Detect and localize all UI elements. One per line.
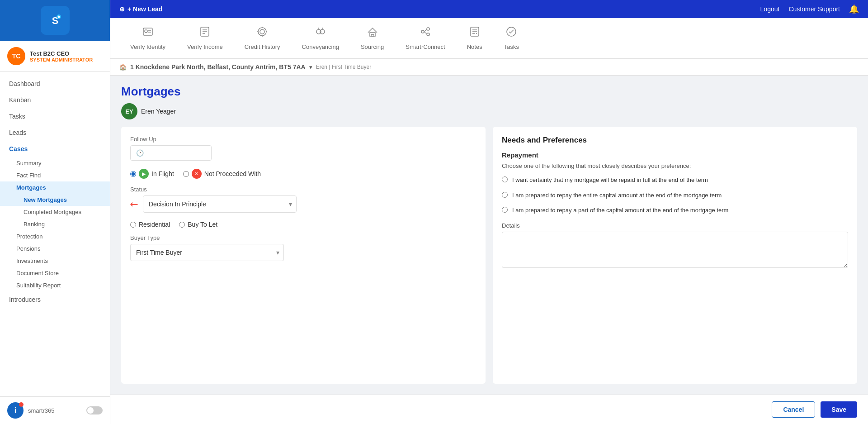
notification-bell-icon[interactable]: 🔔 bbox=[849, 4, 859, 14]
mortgage-content: EY Eren Yeager Follow Up 🕐 bbox=[110, 103, 868, 395]
residential-option[interactable]: Residential bbox=[130, 221, 170, 228]
applicant-badge: EY Eren Yeager bbox=[121, 103, 857, 119]
buyer-type-select-wrapper: First Time Buyer Home Mover Remortgage B… bbox=[130, 244, 284, 261]
notes-icon bbox=[468, 25, 481, 41]
breadcrumb: 🏠 1 Knockdene Park North, Belfast, Count… bbox=[110, 59, 868, 76]
verify-identity-icon bbox=[142, 25, 154, 41]
tab-sourcing[interactable]: Sourcing bbox=[350, 18, 395, 59]
sidebar-item-introducers[interactable]: Introducers bbox=[0, 291, 110, 308]
follow-up-input[interactable]: 🕐 bbox=[130, 145, 212, 161]
chevron-down-icon[interactable]: ▾ bbox=[309, 64, 312, 71]
details-group: Details bbox=[502, 222, 848, 269]
sidebar-item-new-mortgages[interactable]: New Mortgages bbox=[0, 194, 110, 206]
not-proceeded-option[interactable]: ✕ Not Proceeded With bbox=[183, 169, 261, 179]
residential-radio[interactable] bbox=[130, 222, 136, 228]
sidebar-item-completed-mortgages[interactable]: Completed Mortgages bbox=[0, 206, 110, 218]
tab-credit-history[interactable]: Credit History bbox=[234, 18, 291, 59]
sourcing-icon bbox=[366, 25, 379, 41]
sidebar-item-document-store[interactable]: Document Store bbox=[0, 267, 110, 279]
notification-dot bbox=[19, 402, 24, 407]
sidebar-item-mortgages[interactable]: Mortgages bbox=[0, 181, 110, 194]
sidebar-item-tasks[interactable]: Tasks bbox=[0, 108, 110, 124]
status-select-wrapper: Decision In Principle In Progress Comple… bbox=[143, 195, 297, 213]
buy-to-let-option[interactable]: Buy To Let bbox=[179, 221, 217, 228]
inflight-option[interactable]: ▶ In Flight bbox=[130, 169, 174, 179]
left-panel: Follow Up 🕐 ▶ In Flight ✕ bbox=[121, 127, 486, 384]
repayment-text-2: I am prepared to repay the entire capita… bbox=[512, 191, 722, 200]
repayment-text-1: I want certainty that my mortgage will b… bbox=[512, 176, 708, 185]
bottom-bar: Cancel Save bbox=[110, 395, 868, 424]
tab-notes[interactable]: Notes bbox=[456, 18, 493, 59]
sidebar-item-summary[interactable]: Summary bbox=[0, 157, 110, 169]
sidebar-item-leads[interactable]: Leads bbox=[0, 124, 110, 141]
avatar: TC bbox=[7, 47, 25, 65]
sidebar-logo: S bbox=[0, 0, 110, 41]
sidebar: S TC Test B2C CEO SYSTEM ADMINISTRATOR D… bbox=[0, 0, 110, 424]
tab-conveyancing[interactable]: Conveyancing bbox=[291, 18, 350, 59]
sidebar-item-dashboard[interactable]: Dashboard bbox=[0, 76, 110, 92]
follow-up-label: Follow Up bbox=[130, 136, 476, 143]
flight-status-group: ▶ In Flight ✕ Not Proceeded With bbox=[130, 169, 476, 179]
svg-point-26 bbox=[427, 33, 429, 36]
not-proceeded-radio[interactable] bbox=[183, 171, 189, 177]
sidebar-item-cases[interactable]: Cases bbox=[0, 141, 110, 157]
svg-line-28 bbox=[424, 32, 427, 34]
home-icon: 🏠 bbox=[119, 64, 127, 71]
tab-verify-income[interactable]: Verify Income bbox=[176, 18, 234, 59]
svg-point-13 bbox=[260, 29, 264, 34]
details-label: Details bbox=[502, 222, 848, 229]
details-textarea[interactable] bbox=[502, 232, 848, 268]
tab-tasks[interactable]: Tasks bbox=[493, 18, 530, 59]
new-lead-button[interactable]: ⊕ + New Lead bbox=[119, 5, 162, 13]
status-select[interactable]: Decision In Principle In Progress Comple… bbox=[143, 195, 297, 213]
toggle-switch[interactable] bbox=[86, 406, 103, 414]
topbar: ⊕ + New Lead Logout Customer Support 🔔 bbox=[110, 0, 868, 18]
buy-to-let-radio[interactable] bbox=[179, 222, 185, 228]
svg-point-24 bbox=[421, 30, 424, 33]
sidebar-item-banking[interactable]: Banking bbox=[0, 218, 110, 230]
sidebar-item-fact-find[interactable]: Fact Find bbox=[0, 169, 110, 181]
sidebar-nav: Dashboard Kanban Tasks Leads Cases Summa… bbox=[0, 72, 110, 396]
inflight-radio[interactable] bbox=[130, 171, 136, 177]
repayment-radio-2[interactable] bbox=[502, 192, 508, 198]
cancel-button[interactable]: Cancel bbox=[772, 401, 815, 418]
repayment-option-1: I want certainty that my mortgage will b… bbox=[502, 176, 848, 185]
applicant-name: Eren Yeager bbox=[141, 108, 176, 115]
repayment-option-3: I am prepared to repay a part of the cap… bbox=[502, 206, 848, 215]
buyer-type-select[interactable]: First Time Buyer Home Mover Remortgage B… bbox=[130, 244, 284, 261]
svg-point-5 bbox=[145, 30, 147, 33]
redirect-icon: ↗ bbox=[127, 197, 141, 211]
save-button[interactable]: Save bbox=[821, 401, 857, 418]
repayment-option-2: I am prepared to repay the entire capita… bbox=[502, 191, 848, 200]
conveyancing-icon bbox=[314, 25, 327, 41]
repayment-title: Repayment bbox=[502, 151, 848, 159]
verify-income-icon bbox=[198, 25, 211, 41]
sidebar-item-kanban[interactable]: Kanban bbox=[0, 92, 110, 108]
tasks-icon bbox=[505, 25, 518, 41]
form-panels: Follow Up 🕐 ▶ In Flight ✕ bbox=[121, 127, 857, 384]
clock-icon: 🕐 bbox=[136, 149, 144, 157]
sidebar-item-suitability-report[interactable]: Suitability Report bbox=[0, 279, 110, 291]
status-group: Status ↗ Decision In Principle In Progre… bbox=[130, 186, 476, 213]
svg-point-25 bbox=[427, 28, 429, 30]
status-label: Status bbox=[130, 186, 476, 193]
buyer-type-label: Buyer Type bbox=[130, 234, 476, 241]
credit-history-icon bbox=[256, 25, 269, 41]
sidebar-item-pensions[interactable]: Pensions bbox=[0, 243, 110, 255]
tab-smartrconnect[interactable]: SmartrConnect bbox=[395, 18, 456, 59]
main-area: ⊕ + New Lead Logout Customer Support 🔔 V… bbox=[110, 0, 868, 424]
support-button[interactable]: Customer Support bbox=[788, 5, 840, 13]
inflight-icon: ▶ bbox=[139, 169, 149, 179]
breadcrumb-address: 1 Knockdene Park North, Belfast, County … bbox=[130, 63, 306, 71]
repayment-radio-3[interactable] bbox=[502, 207, 508, 213]
sidebar-item-protection[interactable]: Protection bbox=[0, 230, 110, 243]
page-title: Mortgages bbox=[110, 76, 868, 103]
repayment-text-3: I am prepared to repay a part of the cap… bbox=[512, 206, 728, 215]
info-badge[interactable]: i bbox=[7, 402, 24, 419]
svg-rect-23 bbox=[371, 34, 374, 36]
logout-button[interactable]: Logout bbox=[760, 5, 780, 13]
svg-point-12 bbox=[258, 28, 266, 36]
tab-verify-identity[interactable]: Verify Identity bbox=[119, 18, 176, 59]
repayment-radio-1[interactable] bbox=[502, 176, 508, 182]
sidebar-item-investments[interactable]: Investments bbox=[0, 255, 110, 267]
